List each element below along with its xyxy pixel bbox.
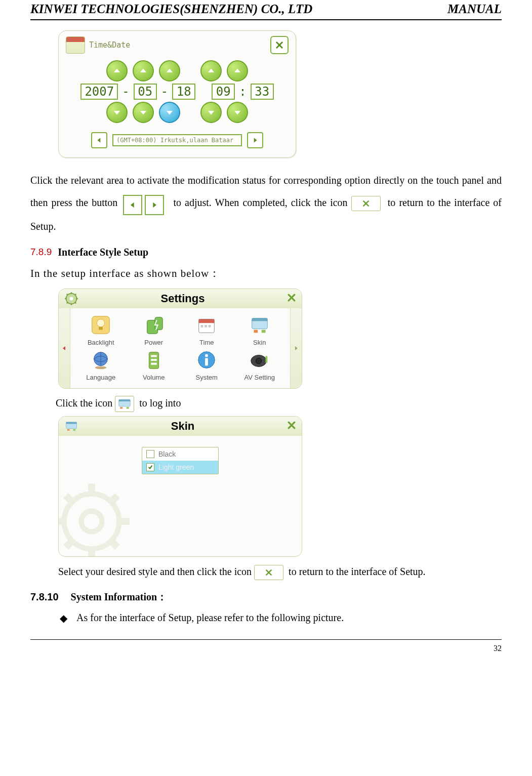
svg-rect-14 [155,317,162,330]
separator: - [121,85,130,99]
svg-line-9 [67,302,68,303]
close-icon[interactable] [287,420,297,432]
svg-point-1 [70,297,73,300]
svg-point-11 [97,319,105,326]
skin-icon [248,313,271,337]
settings-item-backlight[interactable]: Backlight [74,313,128,346]
time-date-panel: Time&Date 2007 - 05 - 18 09 : 33 [58,30,296,158]
calendar-icon [195,313,218,337]
skin-title: Skin [79,420,287,433]
settings-item-avsetting[interactable]: AV Setting [233,348,287,381]
svg-rect-41 [66,422,77,424]
left-arrow-icon [123,195,142,215]
month-field[interactable]: 05 [134,84,157,100]
svg-rect-12 [99,326,103,330]
click-icon-line: Click the icon to log into [56,396,502,412]
day-up-button[interactable] [159,60,180,81]
svg-rect-16 [199,319,215,323]
hour-field[interactable]: 09 [212,84,235,100]
svg-rect-35 [265,356,267,362]
svg-line-52 [110,496,117,503]
settings-item-power[interactable]: Power [128,313,181,346]
tz-next-button[interactable] [247,132,263,148]
minute-down-button[interactable] [227,102,248,123]
info-icon [195,348,218,372]
svg-rect-32 [205,358,208,365]
settings-grid: Backlight Power Time Skin Language [70,308,290,388]
settings-item-skin[interactable]: Skin [233,313,287,346]
svg-rect-27 [151,355,157,357]
close-icon [254,565,283,580]
skin-icon [64,419,79,434]
svg-rect-19 [209,325,211,328]
footer-divider [30,639,502,640]
svg-line-50 [66,496,73,503]
section-7810-title: 7.8.10 System Information： [30,590,502,604]
settings-item-language[interactable]: Language [74,348,128,381]
settings-panel: Settings Backlight Power Time [58,289,302,389]
minute-up-button[interactable] [227,60,248,81]
skin-option-lightgreen[interactable]: Light green [142,461,218,474]
skin-options-list: Black Light green [142,447,219,474]
svg-point-25 [95,366,107,369]
svg-rect-37 [119,399,131,401]
camera-icon [248,348,271,372]
skin-panel: Skin Black Light green [58,416,302,557]
volume-icon [142,348,166,372]
separator: - [160,85,169,99]
checkbox-checked-icon [146,463,154,471]
checkbox-icon [146,450,154,458]
hour-up-button[interactable] [200,60,222,81]
globe-icon [89,348,112,372]
svg-line-7 [75,302,76,303]
skin-option-black[interactable]: Black [142,447,218,461]
settings-next-button[interactable] [290,308,302,388]
bulb-icon [89,313,112,337]
tz-prev-button[interactable] [91,132,107,148]
day-field[interactable]: 18 [172,84,195,100]
settings-title: Settings [79,292,287,305]
up-row [66,60,289,81]
svg-line-53 [66,540,73,547]
header-divider [30,19,502,20]
svg-rect-28 [151,359,157,361]
header-manual: MANUAL [447,2,502,16]
diamond-bullet-icon: ◆ [60,612,67,624]
settings-prev-button[interactable] [59,308,70,388]
svg-rect-38 [120,407,122,409]
bullet-line: ◆ As for the interface of Setup, please … [60,612,502,624]
settings-item-volume[interactable]: Volume [128,348,181,381]
section-789-title: 7.8.9 Interface Style Setup [30,247,502,258]
header-company: KINWEI TECHNOLOGIES(SHENZHEN) CO., LTD [30,2,312,16]
svg-rect-39 [127,407,129,409]
close-icon[interactable] [270,36,289,54]
right-arrow-icon [145,195,164,215]
gear-icon [64,291,79,306]
year-up-button[interactable] [106,60,128,81]
time-date-title: Time&Date [89,40,130,50]
svg-line-8 [75,294,76,295]
year-field[interactable]: 2007 [80,84,118,100]
hour-down-button[interactable] [200,102,222,123]
svg-line-6 [67,294,68,295]
close-icon [351,196,381,211]
settings-item-time[interactable]: Time [180,313,233,346]
minute-field[interactable]: 33 [251,84,274,100]
svg-rect-23 [262,330,266,333]
svg-point-34 [256,358,261,364]
month-down-button[interactable] [133,102,154,123]
svg-rect-18 [204,325,207,328]
instruction-paragraph: Click the relevant area to activate the … [30,169,502,237]
svg-rect-29 [151,362,157,364]
battery-icon [142,313,166,337]
calendar-icon [66,36,85,54]
day-down-button[interactable] [159,102,180,123]
settings-item-system[interactable]: System [180,348,233,381]
close-icon[interactable] [287,293,297,305]
timezone-field[interactable]: (GMT+08:00) Irkutsk,ulaan Bataar [112,134,242,146]
month-up-button[interactable] [133,60,154,81]
year-down-button[interactable] [106,102,128,123]
select-style-line: Select your desired style and then click… [58,565,502,580]
svg-point-31 [205,354,208,357]
svg-rect-22 [254,330,258,333]
